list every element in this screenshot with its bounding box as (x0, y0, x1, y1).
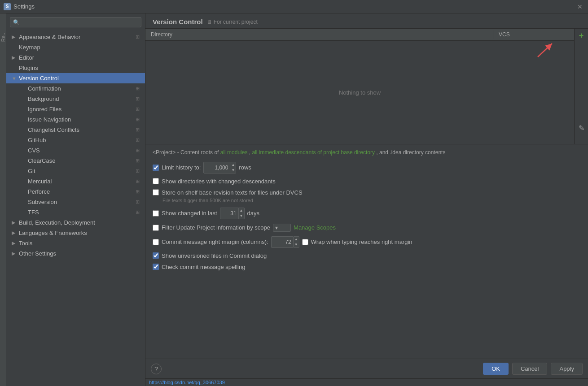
search-input[interactable] (22, 19, 138, 26)
sidebar-item-version-control[interactable]: ▼Version Control (6, 73, 145, 83)
vcs-table-body: Nothing to show (145, 41, 574, 144)
apply-button[interactable]: Apply (551, 363, 583, 375)
page-icon: ⊞ (136, 106, 140, 112)
status-url: https://blog.csdn.net/qq_30667039 (149, 380, 225, 385)
filter-update-checkbox[interactable] (153, 225, 159, 231)
wrap-label: Wrap when typing reaches right margin (311, 239, 412, 245)
sidebar-item-cvs[interactable]: CVS⊞ (6, 145, 145, 156)
show-unversioned-checkbox[interactable] (153, 252, 159, 259)
sidebar-item-label: Editor (19, 54, 34, 61)
content-area: Version Control 🖥 For current project Di… (145, 13, 588, 386)
sidebar-item-background[interactable]: Background⊞ (6, 94, 145, 104)
show-changed-up[interactable]: ▲ (239, 208, 244, 213)
limit-history-checkbox[interactable] (153, 165, 159, 171)
show-unversioned-row: Show unversioned files in Commit dialog (153, 252, 581, 259)
sidebar-item-keymap[interactable]: Keymap (6, 42, 145, 52)
limit-history-input[interactable] (203, 162, 230, 173)
filter-update-label: Filter Update Project information by sco… (162, 224, 270, 231)
sidebar-item-subversion[interactable]: Subversion⊞ (6, 197, 145, 207)
commit-margin-spinner: ▲ ▼ (294, 236, 299, 248)
vcs-table: Directory VCS Nothing to show + (145, 29, 588, 144)
sidebar-item-label: Plugins (19, 65, 38, 71)
page-icon: ⊞ (136, 117, 140, 122)
sidebar-item-label: Background (28, 95, 59, 102)
sidebar-item-label: Subversion (28, 199, 57, 205)
sidebar-item-appearance[interactable]: ▶Appearance & Behavior⊞ (6, 32, 145, 42)
ok-button[interactable]: OK (483, 363, 509, 375)
limit-history-label: Limit history to: (162, 164, 201, 171)
edit-vcs-button[interactable]: ✎ (576, 123, 586, 133)
page-icon: ⊞ (136, 96, 140, 102)
sidebar-item-mercurial[interactable]: Mercurial⊞ (6, 176, 145, 186)
sidebar-item-git[interactable]: Git⊞ (6, 166, 145, 176)
limit-history-input-group: ▲ ▼ (203, 162, 236, 173)
page-icon: ⊞ (136, 34, 140, 40)
vcs-table-header: Directory VCS (145, 29, 574, 41)
arrow-icon: ▶ (12, 240, 17, 246)
sidebar-item-label: GitHub (28, 137, 46, 143)
col-vcs: VCS (493, 30, 574, 39)
show-changed-input-group: ▲ ▼ (220, 208, 245, 219)
scope-dropdown[interactable]: ▾ (273, 224, 291, 232)
sidebar-item-issue-navigation[interactable]: Issue Navigation⊞ (6, 114, 145, 125)
cancel-button[interactable]: Cancel (512, 363, 547, 375)
manage-scopes-link[interactable]: Manage Scopes (294, 224, 336, 231)
show-dirs-checkbox[interactable] (153, 178, 159, 184)
wrap-checkbox[interactable] (302, 239, 308, 245)
sidebar-item-label: ClearCase (28, 157, 55, 164)
commit-margin-input[interactable] (271, 236, 294, 248)
sidebar-item-tfs[interactable]: TFS⊞ (6, 207, 145, 217)
page-icon: ⊞ (136, 168, 140, 174)
left-edge-panel: Re... (0, 13, 6, 386)
sidebar-item-label: Appearance & Behavior (19, 34, 80, 40)
store-shelf-checkbox[interactable] (153, 189, 159, 195)
limit-history-down[interactable]: ▼ (230, 168, 236, 173)
store-shelf-label: Store on shelf base revision texts for f… (162, 189, 303, 196)
sidebar-item-label: Build, Execution, Deployment (19, 219, 95, 226)
sidebar-item-other-settings[interactable]: ▶Other Settings (6, 248, 145, 259)
page-icon: ⊞ (136, 147, 140, 153)
commit-margin-up[interactable]: ▲ (294, 237, 299, 242)
show-changed-checkbox[interactable] (153, 210, 159, 217)
sidebar-item-languages-frameworks[interactable]: ▶Languages & Frameworks (6, 228, 145, 238)
add-vcs-button[interactable]: + (576, 30, 586, 40)
commit-margin-down[interactable]: ▼ (294, 242, 299, 247)
sidebar-item-plugins[interactable]: Plugins (6, 63, 145, 73)
sidebar-item-label: Other Settings (19, 250, 56, 257)
sidebar-item-tools[interactable]: ▶Tools (6, 238, 145, 248)
commit-margin-checkbox[interactable] (153, 239, 159, 245)
sidebar-item-label: Mercurial (28, 178, 52, 185)
sidebar-item-changelist-conflicts[interactable]: Changelist Conflicts⊞ (6, 125, 145, 135)
sidebar-item-label: Changelist Conflicts (28, 126, 79, 133)
sidebar-item-perforce[interactable]: Perforce⊞ (6, 186, 145, 197)
sidebar-item-confirmation[interactable]: Confirmation⊞ (6, 83, 145, 94)
limit-history-spinner: ▲ ▼ (230, 162, 236, 173)
search-icon: 🔍 (13, 19, 20, 26)
sidebar-item-label: Issue Navigation (28, 116, 71, 123)
sidebar-item-ignored-files[interactable]: Ignored Files⊞ (6, 104, 145, 114)
left-edge-label[interactable]: Re... (0, 31, 6, 42)
arrow-icon: ▶ (12, 230, 17, 236)
content-title: Version Control (153, 18, 203, 26)
show-changed-down[interactable]: ▼ (239, 213, 244, 219)
filter-update-row: Filter Update Project information by sco… (153, 224, 581, 232)
sidebar-item-label: Confirmation (28, 85, 61, 92)
show-changed-spinner: ▲ ▼ (239, 208, 245, 219)
sidebar-item-github[interactable]: GitHub⊞ (6, 135, 145, 145)
sidebar-item-editor[interactable]: ▶Editor (6, 52, 145, 63)
status-bar: https://blog.csdn.net/qq_30667039 (145, 378, 588, 386)
content-subtitle: 🖥 For current project (206, 19, 258, 25)
show-changed-input[interactable] (220, 208, 239, 219)
search-box[interactable]: 🔍 (10, 17, 141, 27)
title-bar-text: Settings (13, 3, 575, 10)
limit-history-up[interactable]: ▲ (230, 162, 236, 168)
title-bar: S Settings ✕ (0, 0, 588, 13)
sidebar-item-label: Git (28, 168, 35, 174)
help-button[interactable]: ? (151, 364, 162, 374)
check-spelling-checkbox[interactable] (153, 264, 159, 270)
limit-history-row: Limit history to: ▲ ▼ rows (153, 162, 581, 173)
sidebar-item-clearcase[interactable]: ClearCase⊞ (6, 156, 145, 166)
sidebar-item-build-execution[interactable]: ▶Build, Execution, Deployment (6, 217, 145, 228)
commit-margin-input-group: ▲ ▼ (271, 236, 299, 248)
close-button[interactable]: ✕ (575, 2, 584, 11)
